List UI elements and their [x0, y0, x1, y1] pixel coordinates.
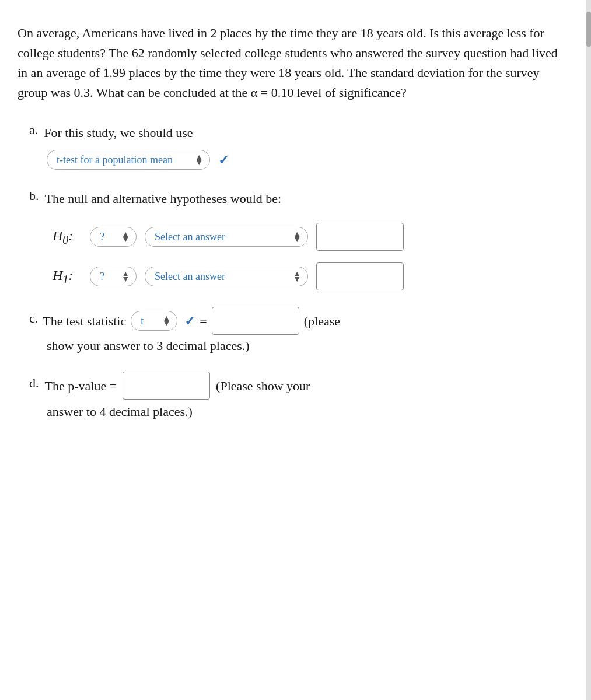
scrollbar[interactable] [586, 0, 591, 461]
part-c-line2-text: show your answer to 3 decimal places.) [47, 338, 250, 353]
h0-answer-select-wrapper: Select an answer = ≠ < > ≤ ≥ ▲▼ [145, 227, 308, 247]
part-a-checkmark: ✓ [218, 150, 229, 170]
part-b: b. The null and alternative hypotheses w… [29, 186, 573, 290]
part-a: a. For this study, we should use t-test … [29, 120, 573, 170]
part-a-row: a. For this study, we should use [29, 120, 573, 145]
part-b-text: The null and alternative hypotheses woul… [45, 189, 282, 208]
h1-answer-select[interactable]: Select an answer = ≠ < > ≤ ≥ [145, 267, 308, 286]
question-text: On average, Americans have lived in 2 pl… [18, 26, 558, 100]
stat-type-select-wrapper: t z ▲▼ [131, 311, 177, 331]
h0-subscript: 0 [62, 233, 68, 246]
h1-label: H1: [53, 265, 82, 288]
part-c-suffix: (please [304, 312, 340, 331]
h0-answer-select[interactable]: Select an answer = ≠ < > ≤ ≥ [145, 227, 308, 247]
stat-type-select[interactable]: t z [131, 311, 177, 331]
h0-question-select-wrapper: ? = ≠ < > ≤ ≥ ▲▼ [90, 227, 137, 247]
test-statistic-input[interactable] [212, 307, 299, 335]
part-c-label: c. [29, 309, 38, 328]
part-d: d. The p-value = (Please show your answe… [29, 372, 573, 421]
study-type-select[interactable]: t-test for a population mean z-test for … [47, 150, 210, 170]
part-d-row: d. The p-value = (Please show your [29, 372, 573, 400]
h1-value-input[interactable] [316, 262, 404, 290]
part-b-label: b. [29, 186, 39, 205]
h1-symbol-select[interactable]: ? = ≠ < > ≤ ≥ [90, 267, 137, 286]
h0-label: H0: [53, 225, 82, 249]
part-d-text: The p-value = [45, 376, 117, 396]
study-type-select-wrapper: t-test for a population mean z-test for … [47, 150, 210, 170]
part-d-suffix: (Please show your [216, 376, 310, 396]
part-c-checkmark: ✓ [184, 312, 195, 331]
part-b-row: b. The null and alternative hypotheses w… [29, 186, 573, 211]
h0-value-input[interactable] [316, 223, 404, 251]
part-c-line2: show your answer to 3 decimal places.) [47, 336, 573, 355]
h0-row: H0: ? = ≠ < > ≤ ≥ ▲▼ Select an answer = [53, 223, 573, 251]
p-value-input[interactable] [123, 372, 210, 400]
h1-row: H1: ? = ≠ < > ≤ ≥ ▲▼ Select an answer = [53, 262, 573, 290]
part-a-label: a. [29, 120, 38, 139]
h1-question-select-wrapper: ? = ≠ < > ≤ ≥ ▲▼ [90, 267, 137, 286]
part-a-text: For this study, we should use [44, 123, 193, 142]
part-c-equals: = [200, 312, 207, 331]
h0-symbol-select[interactable]: ? = ≠ < > ≤ ≥ [90, 227, 137, 247]
part-c: c. The test statistic t z ▲▼ ✓ = (please… [29, 307, 573, 355]
h1-subscript: 1 [62, 273, 68, 286]
h1-answer-select-wrapper: Select an answer = ≠ < > ≤ ≥ ▲▼ [145, 267, 308, 286]
part-d-line2: answer to 4 decimal places.) [47, 402, 573, 421]
parts-container: a. For this study, we should use t-test … [18, 120, 573, 421]
part-d-label: d. [29, 373, 39, 393]
part-c-row: c. The test statistic t z ▲▼ ✓ = (please [29, 307, 573, 335]
part-c-text: The test statistic [43, 312, 126, 331]
main-question: On average, Americans have lived in 2 pl… [18, 23, 573, 103]
part-d-line2-text: answer to 4 decimal places.) [47, 404, 193, 419]
scrollbar-thumb[interactable] [586, 12, 591, 47]
